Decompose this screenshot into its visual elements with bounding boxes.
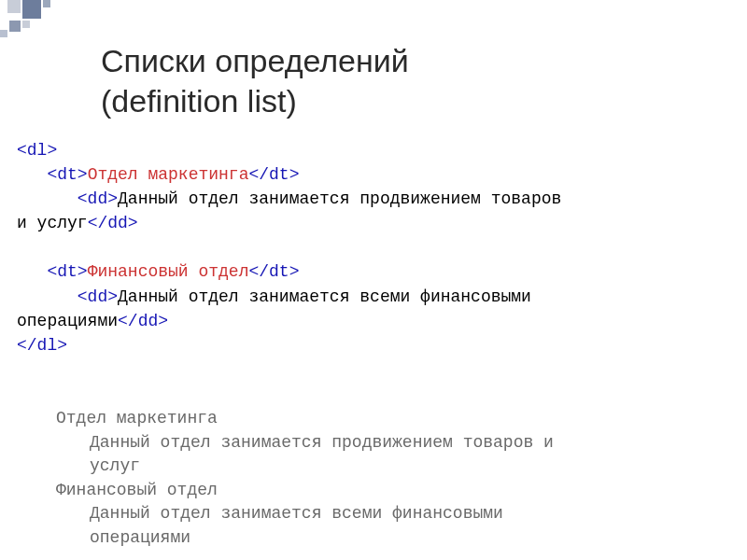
title-line-2: (definition list) — [101, 83, 297, 119]
deco-square — [43, 0, 50, 7]
tag-dt-open: <dt> — [47, 165, 87, 184]
dd2-text-b: операциями — [17, 312, 118, 330]
tag-dd-open: <dd> — [78, 189, 118, 208]
title-line-1: Списки определений — [101, 43, 409, 78]
output-dt2: Финансовый отдел — [56, 479, 710, 503]
dd1-text-a: Данный отдел занимается продвижением тов… — [118, 189, 561, 208]
deco-square — [0, 30, 7, 37]
code-example: <dl> <dt>Отдел маркетинга</dt> <dd>Данны… — [17, 138, 730, 357]
deco-square — [9, 21, 21, 32]
slide-title: Списки определений (definition list) — [101, 41, 409, 120]
tag-dt-close: </dt> — [248, 165, 299, 184]
output-dd2-a: Данный отдел занимается всеми финансовым… — [90, 502, 710, 526]
output-dd1-b: услуг — [90, 455, 710, 479]
deco-square — [22, 21, 30, 28]
dd1-text-b: и услуг — [17, 214, 88, 232]
tag-dl-close: </dl> — [17, 336, 67, 355]
output-dt1: Отдел маркетинга — [56, 407, 710, 431]
tag-dt-open-2: <dt> — [47, 262, 87, 281]
tag-dd-open-2: <dd> — [78, 287, 118, 306]
tag-dt-close-2: </dt> — [248, 262, 299, 281]
tag-dl-open: <dl> — [17, 141, 57, 160]
tag-dd-close-2: </dd> — [118, 312, 168, 330]
deco-square — [22, 0, 41, 19]
dt1-text: Отдел маркетинга — [88, 165, 249, 184]
deco-square — [7, 0, 21, 13]
slide-corner-decoration — [0, 0, 93, 47]
dd2-text-a: Данный отдел занимается всеми финансовым… — [118, 287, 531, 306]
rendered-output: Отдел маркетинга Данный отдел занимается… — [56, 407, 710, 550]
output-dd1-a: Данный отдел занимается продвижением тов… — [90, 431, 710, 455]
output-dd2-b: операциями — [90, 526, 710, 551]
tag-dd-close: </dd> — [88, 214, 138, 232]
dt2-text: Финансовый отдел — [88, 262, 249, 281]
